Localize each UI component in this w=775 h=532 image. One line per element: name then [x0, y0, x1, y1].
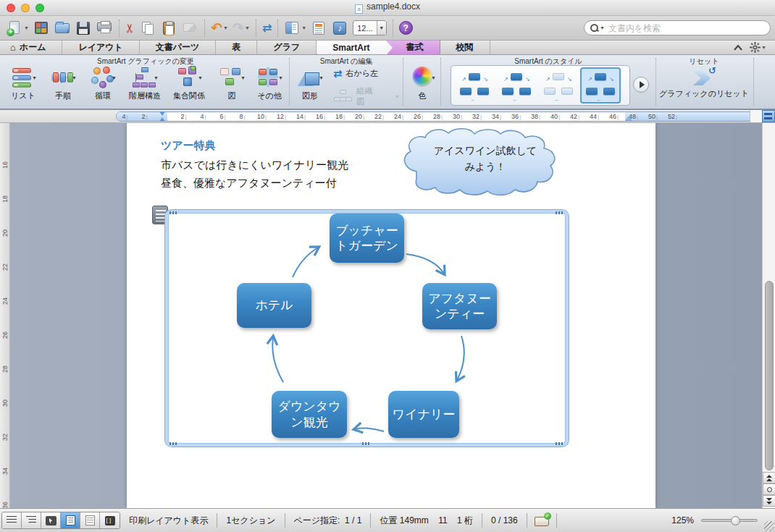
selection-handle[interactable] [362, 442, 371, 445]
style-thumbnail-4-selected[interactable]: ↗↘← [580, 67, 621, 104]
tab-document-parts[interactable]: 文書パーツ [140, 41, 217, 54]
gallery-button[interactable] [31, 19, 52, 38]
style-thumbnail-2[interactable]: ↗↘← [496, 67, 537, 104]
ruler-number: 12 [277, 113, 286, 120]
word-count[interactable]: 0 / 136 [482, 515, 527, 525]
paste-button[interactable] [159, 19, 180, 38]
smartart-node-downtown-tour[interactable]: ダウンタウン観光 [272, 391, 347, 438]
button-label: グラフィックのリセット [658, 88, 750, 99]
print-layout-button[interactable] [61, 512, 80, 528]
notebook-layout-button[interactable] [80, 512, 100, 528]
line-number: 11 [438, 515, 447, 525]
format-painter-button[interactable] [180, 19, 201, 38]
open-button[interactable] [52, 19, 73, 38]
undo-button[interactable]: ↶▼ [209, 19, 230, 38]
page-indicator[interactable]: ページ指定: 1 / 1 [285, 515, 371, 527]
focus-view-button[interactable] [100, 512, 120, 528]
tab-smartart[interactable]: SmartArt [317, 41, 385, 54]
vertical-scrollbar[interactable] [762, 123, 775, 508]
tab-chart[interactable]: グラフ [257, 41, 317, 54]
cloud-callout-text[interactable]: アイスワイン試飲して みよう！ [395, 143, 576, 175]
help-button[interactable]: ? [397, 19, 415, 38]
tab-table[interactable]: 表 [216, 41, 257, 54]
cloud-text-line: みよう！ [395, 159, 576, 174]
smartart-node-winery[interactable]: ワイナリー [388, 391, 459, 438]
cloud-callout-shape[interactable]: アイスワイン試飲して みよう！ [395, 127, 576, 199]
shapes-button[interactable]: ▼ 図形 [293, 67, 327, 101]
search-input[interactable] [608, 23, 764, 33]
ruler-number: 20 [1, 228, 9, 238]
tab-home[interactable]: ⌂ホーム [0, 41, 62, 54]
smartart-node-butchart-gardens[interactable]: ブッチャートガーデン [330, 214, 404, 263]
ruler-number: 34 [492, 113, 501, 120]
ruler-number: 28 [1, 364, 9, 374]
color-button[interactable]: ▼ 色 [403, 65, 441, 101]
selection-handle[interactable] [556, 211, 564, 214]
right-margin-marker[interactable] [625, 116, 632, 121]
track-changes-button[interactable]: ⇄ [260, 19, 274, 38]
style-thumbnail-3[interactable]: ↗↘← [538, 67, 579, 104]
smartart-type-hierarchy-button[interactable]: ▼ 階層構造 [124, 67, 166, 101]
scroll-page-down-button[interactable] [763, 495, 775, 507]
search-box[interactable]: ▼ [584, 20, 771, 35]
tab-review[interactable]: 校閲 [440, 41, 490, 54]
horizontal-ruler[interactable]: 4224681012141618202224262830323436384042… [116, 111, 755, 122]
zoom-slider-knob[interactable] [731, 516, 740, 525]
scrollbar-thumb[interactable] [765, 281, 774, 470]
smartart-type-picture-button[interactable]: ▼ 図 [213, 67, 251, 101]
scroll-page-up-button[interactable] [763, 472, 775, 484]
ruler-number: 26 [1, 330, 9, 340]
tab-label: ホーム [20, 41, 46, 54]
smartart-type-cycle-button[interactable]: ▼ 循環 [84, 67, 122, 101]
selection-handle[interactable] [556, 442, 564, 445]
document-elements-button[interactable] [309, 19, 330, 38]
collapse-ribbon-button[interactable] [734, 45, 742, 51]
style-thumbnail-1[interactable]: ↗↘← [454, 67, 495, 104]
section-indicator[interactable]: 1セクション [217, 515, 284, 527]
vertical-ruler[interactable]: 1618202224262830323436 [0, 123, 10, 508]
new-document-button[interactable]: +▼ [4, 19, 31, 38]
position-label: 位置 [380, 515, 397, 525]
split-pane-handle[interactable] [762, 110, 775, 122]
browse-object-button[interactable] [763, 484, 775, 495]
document-page[interactable]: ツアー特典 市バスでは行きにくいワイナリー観光 昼食、優雅なアフタヌーンティー付… [127, 123, 655, 508]
play-arrow-icon [640, 81, 645, 88]
spellcheck-status-icon[interactable] [535, 515, 549, 526]
save-button[interactable] [73, 19, 94, 38]
cut-button[interactable]: ✂ [123, 19, 138, 38]
button-label: 図 [213, 90, 251, 101]
media-browser-button[interactable]: ♪ [330, 19, 351, 38]
document-text-line[interactable]: 昼食、優雅なアフタヌーンティー付 [161, 177, 337, 190]
reset-graphic-button[interactable]: ↺ グラフィックのリセット [658, 65, 750, 99]
columns-button[interactable]: ▼ [282, 19, 309, 38]
publishing-layout-button[interactable] [41, 512, 61, 528]
smartart-type-other-button[interactable]: ▼ その他 [251, 67, 288, 101]
tab-layout[interactable]: レイアウト [62, 41, 139, 54]
ruler-number: 42 [570, 113, 579, 120]
selection-handle[interactable] [169, 211, 178, 214]
copy-button[interactable] [138, 19, 159, 38]
view-mode-label: 印刷レイアウト表示 [120, 515, 217, 527]
smartart-type-list-button[interactable]: ▼ リスト [4, 67, 42, 101]
tab-label: 文書パーツ [156, 41, 200, 54]
smartart-type-process-button[interactable]: ▼ 手順 [44, 67, 82, 101]
document-heading[interactable]: ツアー特典 [161, 139, 216, 153]
draft-view-button[interactable] [2, 512, 22, 528]
outline-view-button[interactable] [22, 512, 41, 528]
document-text-line[interactable]: 市バスでは行きにくいワイナリー観光 [161, 159, 348, 172]
window-resize-grip[interactable] [764, 521, 774, 531]
gear-menu-button[interactable]: ▼ [750, 42, 766, 53]
smartart-node-afternoon-tea[interactable]: アフタヌーンティー [422, 283, 497, 329]
smartart-type-relationship-button[interactable]: ▼ 集合関係 [168, 67, 210, 101]
print-button[interactable] [94, 19, 115, 38]
tab-format[interactable]: 書式 [386, 41, 440, 54]
right-to-left-button[interactable]: ⇄ 右から左 [333, 68, 378, 79]
color-wheel-icon: ▼ [410, 67, 435, 90]
redo-button[interactable]: ↷▼ [230, 19, 252, 38]
font-size-dropdown[interactable]: 12...▼ [351, 19, 388, 38]
indent-marker[interactable] [159, 111, 166, 122]
more-styles-button[interactable] [633, 77, 649, 93]
selection-handle[interactable] [169, 442, 178, 445]
smartart-node-hotel[interactable]: ホテル [237, 283, 311, 328]
zoom-slider[interactable] [701, 519, 758, 522]
